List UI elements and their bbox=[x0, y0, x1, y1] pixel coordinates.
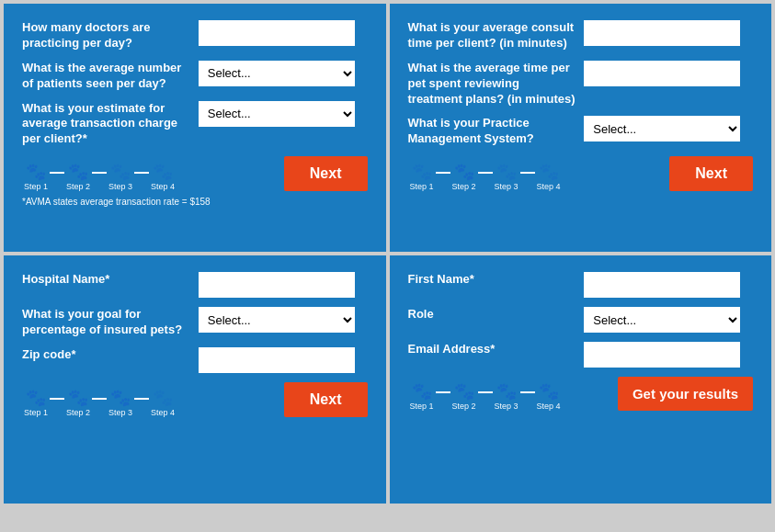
connector-4-2 bbox=[478, 391, 493, 393]
connector-1 bbox=[50, 172, 64, 174]
paw-icon-1-1: 🐾 bbox=[26, 164, 46, 180]
connector-3-2 bbox=[92, 398, 107, 400]
hospital-name-input[interactable] bbox=[199, 272, 355, 298]
question-11: Role bbox=[408, 307, 577, 323]
step-label-4-3: Step 3 bbox=[495, 402, 519, 411]
role-select[interactable]: Select... bbox=[584, 307, 740, 333]
paw-icon-3-3: 🐾 bbox=[110, 390, 131, 406]
step-label-2-1: Step 1 bbox=[410, 182, 434, 191]
transaction-charge-select[interactable]: Select... bbox=[199, 101, 355, 127]
question-5: What is the average time per pet spent r… bbox=[408, 61, 577, 108]
steps-2: 🐾 Step 1 🐾 Step 2 🐾 Step 3 🐾 Step 4 bbox=[408, 164, 563, 191]
question-6: What is your Practice Management System? bbox=[408, 116, 577, 147]
field-group-12: Email Address* bbox=[408, 342, 754, 368]
step-2-3: 🐾 Step 3 bbox=[495, 164, 519, 191]
paw-icon-1-4: 🐾 bbox=[153, 164, 173, 180]
step-2-2: 🐾 Step 2 bbox=[452, 164, 476, 191]
steps-4: 🐾 Step 1 🐾 Step 2 🐾 Step 3 🐾 Step 4 bbox=[408, 383, 563, 411]
paw-icon-4-1: 🐾 bbox=[412, 383, 432, 400]
step-label-1-4: Step 4 bbox=[151, 182, 175, 191]
step-1-4: 🐾 Step 4 bbox=[151, 164, 175, 191]
review-time-input[interactable] bbox=[584, 61, 740, 86]
panel-2: What is your average consult time per cl… bbox=[390, 4, 772, 252]
connector-2 bbox=[92, 172, 107, 174]
next-button-3[interactable]: Next bbox=[284, 382, 368, 417]
first-name-input[interactable] bbox=[584, 272, 740, 298]
field-group-7: Hospital Name* bbox=[22, 272, 368, 298]
panel-1: How many doctors are practicing per day?… bbox=[4, 4, 386, 252]
panel-3: Hospital Name* What is your goal for per… bbox=[4, 255, 386, 504]
next-button-2[interactable]: Next bbox=[669, 156, 753, 191]
step-4-1: 🐾 Step 1 bbox=[410, 383, 434, 411]
field-group-10: First Name* bbox=[408, 272, 754, 298]
field-group-4: What is your average consult time per cl… bbox=[408, 20, 754, 51]
paw-icon-2-1: 🐾 bbox=[412, 164, 432, 180]
input-area-9 bbox=[199, 347, 368, 373]
paw-icon-3-2: 🐾 bbox=[68, 390, 88, 406]
main-grid: How many doctors are practicing per day?… bbox=[0, 0, 775, 507]
question-1: How many doctors are practicing per day? bbox=[22, 20, 191, 51]
bottom-row-1: 🐾 Step 1 🐾 Step 2 🐾 Step 3 🐾 Step 4 bbox=[22, 156, 368, 191]
patients-per-day-select[interactable]: Select... bbox=[199, 61, 355, 86]
field-group-3: What is your estimate for average transa… bbox=[22, 101, 368, 148]
step-label-3-4: Step 4 bbox=[151, 408, 175, 417]
connector-4-3 bbox=[520, 391, 535, 393]
field-group-5: What is the average time per pet spent r… bbox=[408, 61, 754, 108]
consult-time-input[interactable] bbox=[584, 20, 740, 46]
insured-pets-select[interactable]: Select... bbox=[199, 307, 355, 333]
question-12: Email Address* bbox=[408, 342, 577, 357]
doctors-per-day-input[interactable] bbox=[199, 20, 355, 46]
input-area-3: Select... bbox=[199, 101, 368, 127]
connector-3-3 bbox=[134, 398, 149, 400]
get-results-button[interactable]: Get your results bbox=[618, 377, 753, 411]
next-button-1[interactable]: Next bbox=[284, 156, 368, 191]
field-group-6: What is your Practice Management System?… bbox=[408, 116, 754, 147]
field-group-1: How many doctors are practicing per day? bbox=[22, 20, 368, 51]
field-group-9: Zip code* bbox=[22, 347, 368, 373]
email-input[interactable] bbox=[584, 342, 740, 368]
paw-icon-1-2: 🐾 bbox=[68, 164, 88, 180]
step-1-1: 🐾 Step 1 bbox=[24, 164, 48, 191]
question-8: What is your goal for percentage of insu… bbox=[22, 307, 191, 338]
pms-select[interactable]: Select... bbox=[584, 116, 740, 141]
bottom-row-3: 🐾 Step 1 🐾 Step 2 🐾 Step 3 🐾 Step 4 bbox=[22, 382, 368, 417]
step-3-3: 🐾 Step 3 bbox=[108, 390, 132, 417]
step-2-4: 🐾 Step 4 bbox=[537, 164, 561, 191]
steps-1: 🐾 Step 1 🐾 Step 2 🐾 Step 3 🐾 Step 4 bbox=[22, 164, 177, 191]
step-2-1: 🐾 Step 1 bbox=[410, 164, 434, 191]
paw-icon-3-1: 🐾 bbox=[26, 390, 46, 406]
connector-3 bbox=[134, 172, 149, 174]
step-label-1-3: Step 3 bbox=[108, 182, 132, 191]
step-3-4: 🐾 Step 4 bbox=[151, 390, 175, 417]
input-area-11: Select... bbox=[584, 307, 753, 333]
paw-icon-4-3: 🐾 bbox=[496, 383, 517, 400]
field-group-2: What is the average number of patients s… bbox=[22, 61, 368, 92]
question-7: Hospital Name* bbox=[22, 272, 191, 288]
paw-icon-4-2: 🐾 bbox=[454, 383, 474, 400]
step-label-3-3: Step 3 bbox=[108, 408, 132, 417]
bottom-row-2: 🐾 Step 1 🐾 Step 2 🐾 Step 3 🐾 Step 4 bbox=[408, 156, 754, 191]
step-label-2-4: Step 4 bbox=[537, 182, 561, 191]
step-3-1: 🐾 Step 1 bbox=[24, 390, 48, 417]
connector-2-1 bbox=[436, 172, 450, 174]
step-4-3: 🐾 Step 3 bbox=[495, 383, 519, 411]
zipcode-input[interactable] bbox=[199, 347, 355, 373]
bottom-row-4: 🐾 Step 1 🐾 Step 2 🐾 Step 3 🐾 Step 4 bbox=[408, 377, 754, 411]
paw-icon-3-4: 🐾 bbox=[153, 390, 173, 406]
paw-icon-2-3: 🐾 bbox=[496, 164, 517, 180]
input-area-1 bbox=[199, 20, 368, 46]
input-area-6: Select... bbox=[584, 116, 753, 141]
question-2: What is the average number of patients s… bbox=[22, 61, 191, 92]
step-label-3-1: Step 1 bbox=[24, 408, 48, 417]
paw-icon-1-3: 🐾 bbox=[110, 164, 131, 180]
input-area-4 bbox=[584, 20, 753, 46]
step-label-4-1: Step 1 bbox=[410, 402, 434, 411]
input-area-12 bbox=[584, 342, 753, 368]
step-label-4-2: Step 2 bbox=[452, 402, 476, 411]
step-label-1-2: Step 2 bbox=[66, 182, 90, 191]
steps-3: 🐾 Step 1 🐾 Step 2 🐾 Step 3 🐾 Step 4 bbox=[22, 390, 177, 417]
connector-2-2 bbox=[478, 172, 493, 174]
panel-4: First Name* Role Select... Email Address… bbox=[390, 255, 772, 504]
step-1-3: 🐾 Step 3 bbox=[108, 164, 132, 191]
input-area-10 bbox=[584, 272, 753, 298]
